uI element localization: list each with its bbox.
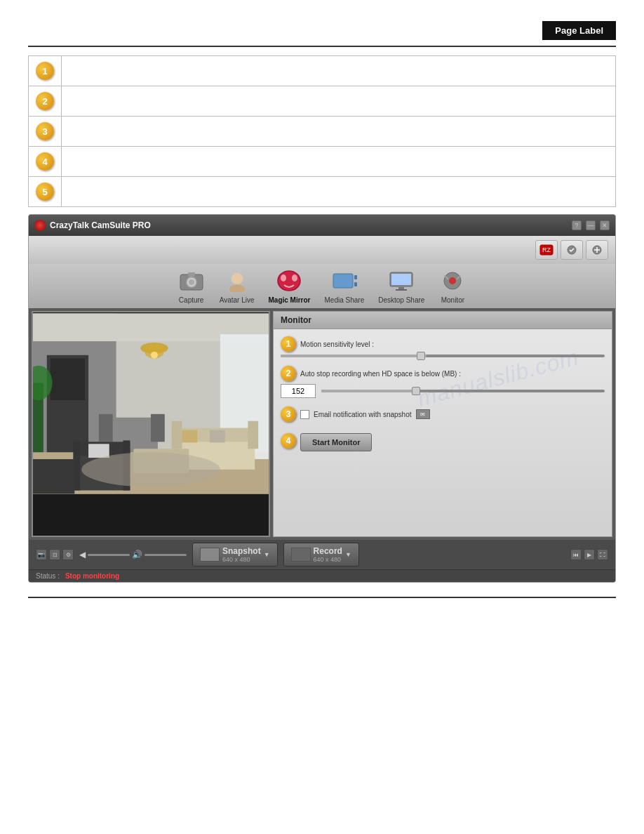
nav-avatar-label: Avatar Live [220, 296, 255, 304]
svg-point-14 [292, 274, 297, 282]
svg-point-11 [229, 284, 246, 292]
table-row: 1 [29, 56, 616, 86]
svg-point-54 [81, 452, 220, 486]
capture-icon [177, 268, 206, 293]
svg-rect-16 [354, 275, 357, 279]
motion-slider-container [281, 355, 605, 357]
minimize-button[interactable]: — [586, 220, 596, 230]
badge-1: 1 [36, 62, 54, 80]
record-labels: Record 640 x 480 [314, 546, 342, 563]
volume-slider-2[interactable] [145, 554, 187, 556]
motion-slider-thumb[interactable] [417, 352, 425, 360]
magic-mirror-icon [275, 268, 303, 293]
nav-media-share[interactable]: Media Share [325, 268, 365, 304]
motion-slider-track[interactable] [281, 355, 605, 357]
speaker-icon: 🔊 [132, 550, 142, 560]
monitor-badge-4: 4 [281, 433, 296, 449]
record-label: Record [314, 546, 342, 556]
nav-desktop-share[interactable]: Desktop Share [378, 268, 424, 304]
svg-rect-43 [248, 421, 258, 449]
config-btn[interactable]: ⚙ [62, 549, 74, 560]
app-logo-icon [34, 220, 46, 231]
help-button[interactable]: ? [572, 220, 582, 230]
email-checkbox[interactable] [300, 410, 309, 419]
content-cell-3 [62, 117, 616, 147]
badge-cell-5: 5 [29, 177, 62, 207]
hd-slider-container [321, 390, 605, 392]
badge-cell-1: 1 [29, 56, 62, 86]
app-title-left: CrazyTalk CamSuite PRO [34, 220, 151, 231]
svg-rect-15 [333, 274, 353, 288]
svg-rect-44 [172, 421, 182, 449]
badge-4: 4 [36, 152, 54, 171]
window-controls: ? — ✕ [572, 220, 610, 230]
nav-avatar-live[interactable]: Avatar Live [220, 268, 255, 304]
volume-controls: ◀ 🔊 [79, 550, 187, 560]
numbered-table: 1 2 3 4 5 [28, 55, 616, 207]
svg-rect-52 [88, 444, 109, 458]
svg-point-10 [232, 273, 243, 284]
hd-value-input[interactable] [281, 384, 316, 398]
volume-icon: ◀ [79, 550, 86, 560]
start-monitor-button[interactable]: Start Monitor [300, 433, 372, 451]
monitor-panel-title: Monitor [281, 315, 311, 325]
svg-rect-17 [354, 282, 357, 286]
table-row: 2 [29, 86, 616, 117]
snapshot-button[interactable]: Snapshot 640 x 480 ▼ [192, 543, 278, 567]
toolbar-icon-3[interactable] [586, 240, 608, 260]
avatar-live-icon [223, 268, 251, 293]
top-bar: Page Label [0, 0, 644, 40]
bottom-divider [28, 597, 616, 598]
record-button[interactable]: Record 640 x 480 ▼ [283, 543, 359, 567]
hd-label: Auto stop recording when HD space is bel… [300, 370, 461, 378]
nav-capture[interactable]: Capture [177, 268, 206, 304]
resize-btn[interactable]: ⊡ [49, 549, 60, 560]
hd-slider-track[interactable] [321, 390, 605, 392]
status-text: Status : [36, 572, 60, 580]
monitor-panel-body: 1 Motion sensitivity level : 2 Auto [274, 329, 612, 458]
record-thumb [291, 548, 311, 562]
svg-point-33 [151, 352, 158, 359]
transport-controls: ⏮ ▶ ⛶ [570, 549, 608, 560]
top-divider [28, 46, 616, 47]
toolbar-icon-2[interactable] [561, 240, 583, 260]
nav-magic-mirror[interactable]: Magic Mirror [268, 268, 310, 304]
toolbar-icon-1[interactable]: RZ [535, 240, 558, 260]
monitor-panel: Monitor 1 Motion sensitivity level : [273, 311, 612, 537]
rewind-btn[interactable]: ⏮ [570, 549, 582, 560]
desktop-share-icon [387, 268, 415, 293]
content-cell-2 [62, 86, 616, 117]
app-toolbar: RZ [29, 236, 615, 264]
badge-2: 2 [36, 92, 54, 110]
cam-btn[interactable]: 📷 [36, 549, 47, 560]
play-btn[interactable]: ▶ [584, 549, 595, 560]
email-check-label: Email notification with snapshot [314, 411, 412, 418]
record-dropdown-arrow[interactable]: ▼ [345, 551, 351, 558]
snapshot-label: Snapshot [222, 546, 261, 556]
email-row: 3 Email notification with snapshot ✉ [281, 406, 605, 422]
badge-5: 5 [36, 183, 54, 201]
nav-monitor-label: Monitor [441, 296, 464, 304]
badge-3: 3 [36, 122, 54, 140]
hd-slider-thumb[interactable] [412, 387, 420, 395]
volume-slider[interactable] [88, 554, 130, 556]
svg-rect-53 [33, 459, 74, 494]
app-nav: Capture Avatar Live Magic Mirror Media S… [29, 264, 615, 308]
toolbar-icons: RZ [535, 240, 608, 260]
svg-point-23 [449, 277, 456, 284]
fullscreen-btn[interactable]: ⛶ [597, 549, 608, 560]
svg-rect-38 [151, 414, 165, 442]
status-value: Stop monitoring [65, 572, 119, 580]
app-window: CrazyTalk CamSuite PRO ? — ✕ RZ [28, 214, 616, 583]
record-size: 640 x 480 [314, 556, 342, 563]
snapshot-dropdown-arrow[interactable]: ▼ [264, 551, 270, 558]
nav-magic-mirror-label: Magic Mirror [268, 296, 310, 304]
email-icon[interactable]: ✉ [416, 409, 430, 419]
hd-row: 2 Auto stop recording when HD space is b… [281, 366, 605, 398]
nav-monitor[interactable]: Monitor [438, 268, 467, 304]
badge-cell-3: 3 [29, 117, 62, 147]
badge-cell-2: 2 [29, 86, 62, 117]
nav-media-share-label: Media Share [325, 296, 365, 304]
app-statusbar: Status : Stop monitoring [29, 569, 615, 582]
close-button[interactable]: ✕ [600, 220, 610, 230]
